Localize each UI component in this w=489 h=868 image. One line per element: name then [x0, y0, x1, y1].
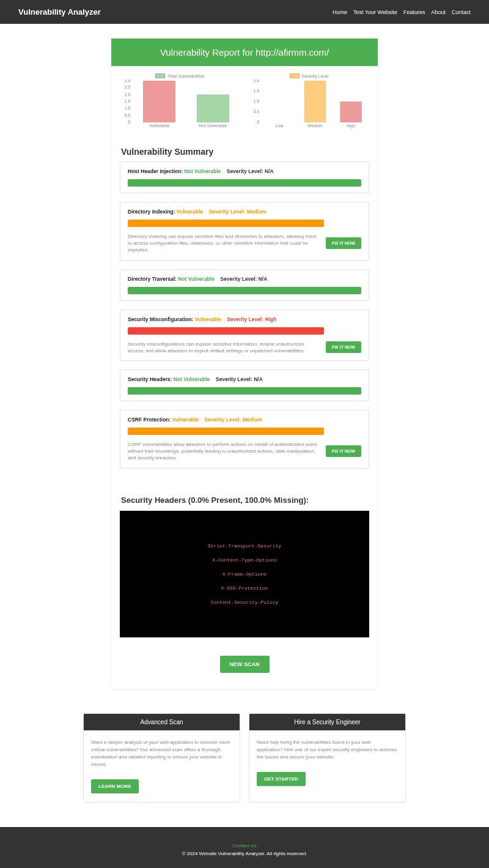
nav-links: HomeTest Your WebsiteFeaturesAboutContac…	[333, 9, 471, 15]
chart-svg: 00.51.01.52.0LowMediumHigh	[248, 80, 370, 128]
security-headers-heading: Security Headers (0.0% Present, 100.0% M…	[111, 477, 378, 511]
vuln-status: Not Vulnerable	[174, 376, 210, 382]
fix-it-now-button[interactable]: FIX IT NOW	[326, 341, 361, 353]
svg-text:0: 0	[128, 120, 131, 124]
vuln-progress-bar	[128, 327, 324, 335]
promo-row: Advanced Scan Want a deeper analysis of …	[79, 713, 410, 803]
brand-title: Vulnerability Analyzer	[18, 7, 101, 17]
promo-body-text: Need help fixing the vulnerabilities fou…	[257, 739, 398, 761]
navbar: Vulnerability Analyzer HomeTest Your Web…	[0, 0, 489, 24]
svg-rect-7	[143, 81, 175, 122]
promo-title: Hire a Security Engineer	[249, 714, 405, 730]
vuln-name: Security Headers:	[128, 376, 172, 382]
nav-link-features[interactable]: Features	[403, 9, 425, 15]
chart-svg: 00.51.01.52.02.53.0VulnerableNot Vulnera…	[119, 80, 241, 128]
promo-body-text: Want a deeper analysis of your web appli…	[91, 739, 232, 768]
vuln-progress-bar	[128, 428, 324, 435]
svg-text:High: High	[347, 124, 356, 128]
vuln-progress-bar	[128, 179, 361, 187]
vuln-status: Vulnerable	[172, 417, 199, 423]
missing-header: X-XSS-Protection	[132, 585, 357, 592]
missing-header: X-Content-Type-Options	[132, 557, 357, 563]
vuln-card: Directory Traversal: Not Vulnerable Seve…	[120, 269, 369, 301]
chart-legend: Total Vulnerabilities	[119, 73, 241, 78]
svg-text:3.0: 3.0	[125, 80, 131, 83]
security-headers-console: Strict-Transport-SecurityX-Content-Type-…	[120, 511, 369, 638]
vuln-name: Host Header Injection:	[128, 168, 183, 174]
vuln-name: Directory Traversal:	[128, 276, 177, 282]
vuln-card-header: Security Misconfiguration: Vulnerable Se…	[128, 316, 361, 322]
footer: Contact Us © 2024 Website Vulnerability …	[0, 827, 489, 868]
vuln-progress-bar	[128, 287, 361, 294]
vuln-name: Directory Indexing:	[128, 209, 175, 215]
svg-text:0.5: 0.5	[254, 109, 260, 114]
svg-text:2.5: 2.5	[125, 85, 131, 89]
footer-copyright: © 2024 Website Vulnerability Analyzer. A…	[0, 851, 489, 856]
vuln-card-header: Directory Indexing: Vulnerable Severity …	[128, 209, 361, 215]
summary-heading: Vulnerability Summary	[111, 147, 378, 161]
svg-rect-18	[304, 81, 326, 122]
vuln-card-header: Host Header Injection: Not Vulnerable Se…	[128, 168, 361, 174]
vuln-status: Not Vulnerable	[185, 168, 221, 174]
nav-link-home[interactable]: Home	[333, 9, 347, 15]
vuln-card-header: Security Headers: Not Vulnerable Severit…	[128, 376, 361, 382]
svg-text:Low: Low	[275, 124, 284, 128]
svg-text:2.0: 2.0	[125, 92, 131, 97]
svg-text:2.0: 2.0	[254, 80, 260, 83]
vuln-description: Security misconfigurations can expose se…	[128, 341, 320, 354]
legend-label: Total Vulnerabilities	[167, 74, 204, 78]
svg-text:0: 0	[257, 120, 260, 124]
vuln-card: CSRF Protection: Vulnerable Severity Lev…	[120, 410, 369, 469]
nav-link-contact[interactable]: Contact	[452, 9, 471, 15]
svg-text:1.0: 1.0	[254, 99, 260, 103]
promo-card: Advanced Scan Want a deeper analysis of …	[83, 713, 240, 803]
vuln-severity: Severity Level: N/A	[216, 376, 263, 382]
vuln-card-header: CSRF Protection: Vulnerable Severity Lev…	[128, 417, 361, 423]
vuln-card: Security Headers: Not Vulnerable Severit…	[120, 369, 369, 401]
vuln-name: Security Misconfiguration:	[128, 316, 193, 322]
vuln-severity: Severity Level: Medium	[208, 209, 266, 215]
fix-it-now-button[interactable]: FIX IT NOW	[326, 237, 361, 249]
legend-swatch	[155, 73, 165, 78]
vuln-card: Security Misconfiguration: Vulnerable Se…	[120, 310, 369, 361]
vuln-card: Directory Indexing: Vulnerable Severity …	[120, 202, 369, 261]
vuln-severity: Severity Level: N/A	[227, 168, 274, 174]
missing-header: X-Frame-Options	[132, 571, 357, 577]
svg-rect-20	[340, 102, 362, 122]
learn-more-button[interactable]: LEARN MORE	[91, 779, 139, 793]
svg-text:0.5: 0.5	[125, 113, 131, 117]
vuln-progress-bar	[128, 387, 361, 395]
missing-header: Strict-Transport-Security	[132, 543, 357, 549]
report-panel: Vulnerability Report for http://afirmm.c…	[111, 39, 378, 689]
vuln-name: CSRF Protection:	[128, 417, 171, 423]
nav-link-about[interactable]: About	[431, 9, 446, 15]
legend-swatch	[290, 73, 300, 78]
vuln-severity: Severity Level: N/A	[220, 276, 267, 282]
vuln-status: Vulnerable	[195, 316, 221, 322]
svg-text:Vulnerable: Vulnerable	[149, 124, 169, 128]
new-scan-button[interactable]: NEW SCAN	[220, 656, 270, 673]
chart-severity-level: Severity Level 00.51.01.52.0LowMediumHig…	[248, 73, 370, 128]
vuln-progress-bar	[128, 220, 324, 227]
missing-header: Content-Security-Policy	[132, 599, 357, 606]
vuln-severity: Severity Level: High	[227, 316, 276, 322]
svg-rect-9	[197, 95, 229, 122]
get-started-button[interactable]: GET STARTED	[257, 772, 306, 786]
svg-text:1.5: 1.5	[254, 89, 260, 93]
promo-title: Advanced Scan	[84, 714, 240, 730]
legend-label: Severity Level	[302, 74, 329, 78]
svg-text:1.0: 1.0	[125, 106, 131, 110]
svg-text:1.5: 1.5	[125, 99, 131, 103]
fix-it-now-button[interactable]: FIX IT NOW	[326, 445, 361, 457]
report-title: Vulnerability Report for http://afirmm.c…	[111, 39, 378, 66]
vuln-status: Not Vulnerable	[178, 276, 215, 282]
charts-row: Total Vulnerabilities 00.51.01.52.02.53.…	[111, 66, 378, 147]
chart-legend: Severity Level	[248, 73, 370, 78]
vuln-description: CSRF vulnerabilities allow attackers to …	[128, 441, 320, 462]
vuln-severity: Severity Level: Medium	[204, 417, 262, 423]
footer-contact-link[interactable]: Contact Us	[0, 843, 489, 848]
vuln-card-header: Directory Traversal: Not Vulnerable Seve…	[128, 276, 361, 282]
promo-card: Hire a Security Engineer Need help fixin…	[249, 713, 406, 803]
nav-link-test-your-website[interactable]: Test Your Website	[353, 9, 397, 15]
vuln-status: Vulnerable	[177, 209, 203, 215]
